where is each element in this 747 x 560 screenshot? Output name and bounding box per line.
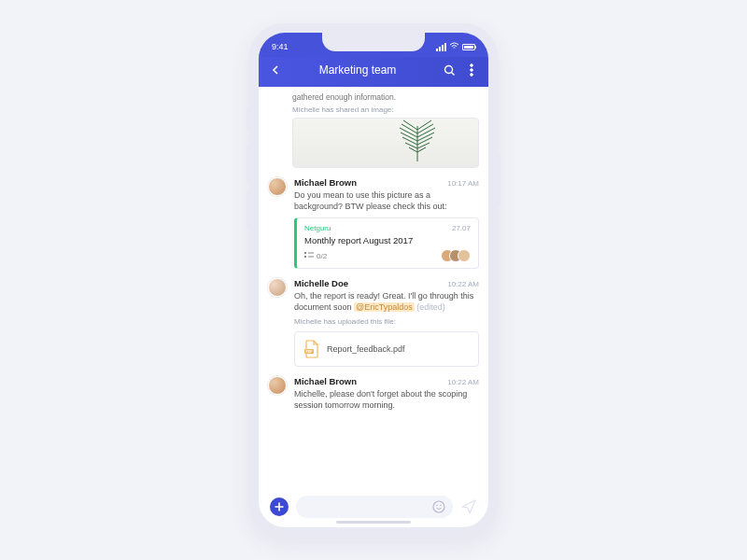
send-button[interactable] — [460, 498, 477, 515]
status-icons — [436, 42, 475, 51]
svg-text:PDF: PDF — [306, 350, 314, 354]
notch — [322, 33, 425, 51]
svg-point-10 — [433, 501, 444, 512]
emoji-button[interactable] — [432, 500, 445, 513]
task-date: 27.07 — [452, 224, 471, 232]
system-shared-image: Michelle has shared an image: — [268, 105, 479, 114]
task-source: Netguru — [304, 224, 331, 232]
volume-down-button — [247, 191, 249, 229]
power-button — [498, 154, 500, 206]
phone-frame: 9:41 Marketing team gathered enough — [249, 23, 498, 537]
add-attachment-button[interactable] — [270, 497, 289, 516]
svg-rect-6 — [304, 256, 306, 258]
message-time: 10:22 AM — [447, 280, 479, 288]
system-uploaded-file: Michelle has uploaded this file: — [294, 317, 479, 326]
message-text: Oh, the report is ready! Great. I'll go … — [294, 290, 479, 313]
message-3: Michael Brown 10:22 AM Michelle, please … — [268, 376, 479, 411]
svg-point-12 — [440, 505, 442, 507]
edited-label: (edited) — [415, 302, 445, 312]
mention[interactable]: @EricTypaldos — [354, 302, 415, 312]
message-input[interactable] — [303, 502, 432, 511]
leaf-icon — [385, 118, 450, 167]
svg-rect-7 — [308, 257, 314, 258]
assignee-avatar[interactable] — [458, 249, 471, 262]
more-button[interactable] — [464, 63, 479, 77]
sender-name: Michelle Doe — [294, 278, 348, 288]
message-2: Michelle Doe 10:22 AM Oh, the report is … — [268, 278, 479, 366]
svg-point-2 — [471, 69, 473, 72]
wifi-icon — [449, 42, 459, 51]
nav-bar: Marketing team — [259, 57, 488, 87]
sender-name: Michael Brown — [294, 376, 357, 386]
mute-switch — [247, 107, 249, 130]
file-attachment[interactable]: PDF Report_feedback.pdf — [294, 331, 479, 367]
sender-name: Michael Brown — [294, 177, 357, 188]
shared-image[interactable] — [292, 118, 479, 168]
volume-up-button — [247, 145, 249, 182]
svg-point-0 — [444, 65, 452, 73]
checklist-icon — [304, 252, 314, 259]
task-title: Monthly report August 2017 — [304, 235, 471, 245]
pdf-icon: PDF — [304, 340, 319, 358]
svg-point-3 — [471, 74, 473, 77]
svg-point-11 — [436, 505, 438, 507]
message-text: Do you mean to use this picture as a bac… — [294, 189, 479, 212]
message-text: Michelle, please don't forget about the … — [294, 388, 479, 411]
home-indicator[interactable] — [336, 521, 411, 524]
avatar[interactable] — [268, 278, 287, 297]
svg-rect-4 — [304, 252, 306, 254]
chat-scroll[interactable]: gathered enough information. Michelle ha… — [259, 87, 488, 488]
message-time: 10:17 AM — [447, 179, 479, 188]
nav-title: Marketing team — [281, 63, 434, 77]
battery-icon — [462, 44, 475, 50]
screen: 9:41 Marketing team gathered enough — [259, 33, 488, 527]
task-assignees — [445, 249, 471, 262]
svg-rect-5 — [308, 253, 314, 254]
svg-point-1 — [471, 64, 473, 67]
message-input-wrap — [296, 496, 453, 518]
task-progress: 0/2 — [304, 252, 327, 260]
avatar[interactable] — [268, 376, 287, 395]
file-name: Report_feedback.pdf — [327, 344, 405, 354]
signal-icon — [436, 43, 446, 51]
message-time: 10:22 AM — [447, 378, 479, 386]
message-1: Michael Brown 10:17 AM Do you mean to us… — [268, 177, 479, 269]
status-time: 9:41 — [272, 42, 289, 51]
avatar[interactable] — [268, 177, 287, 196]
task-card[interactable]: Netguru 27.07 Monthly report August 2017… — [294, 217, 479, 269]
search-button[interactable] — [442, 63, 457, 77]
prev-msg-fragment: gathered enough information. — [268, 92, 479, 102]
